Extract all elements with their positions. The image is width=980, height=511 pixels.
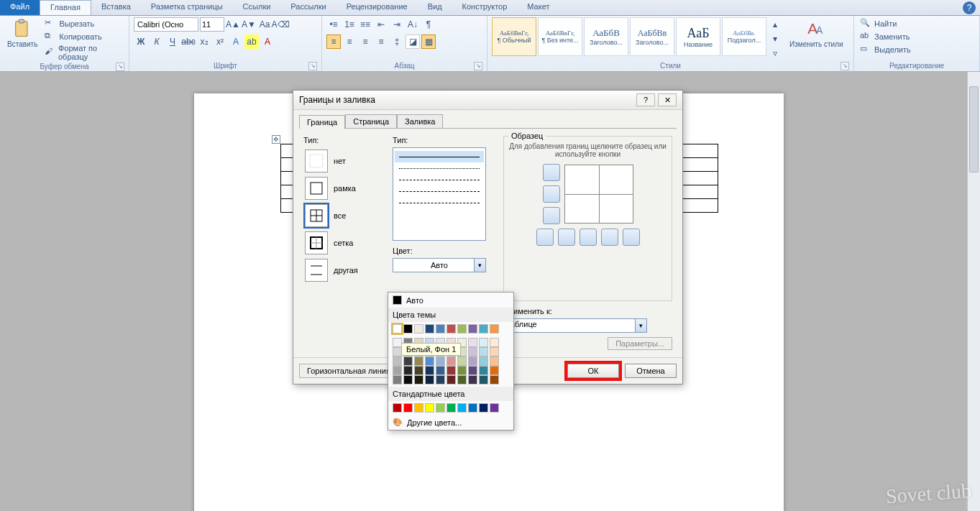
style-heading1[interactable]: АаБбВЗаголово... bbox=[584, 17, 628, 56]
superscript-button[interactable]: x² bbox=[213, 34, 227, 49]
color-swatch[interactable] bbox=[447, 356, 456, 366]
line-style-dashed[interactable] bbox=[395, 185, 484, 197]
preview-hmiddle-border-button[interactable] bbox=[543, 185, 560, 203]
color-swatch[interactable] bbox=[425, 375, 434, 385]
more-colors[interactable]: 🎨Другие цвета... bbox=[388, 415, 513, 430]
style-nospacing[interactable]: АаБбВвГг,¶ Без инте... bbox=[538, 17, 582, 56]
color-swatch[interactable] bbox=[414, 324, 423, 333]
color-swatch[interactable] bbox=[490, 338, 499, 347]
color-swatch[interactable] bbox=[436, 403, 445, 413]
line-style-dashed-s[interactable] bbox=[395, 174, 484, 185]
align-right-button[interactable]: ≡ bbox=[358, 34, 372, 49]
show-marks-button[interactable]: ¶ bbox=[421, 17, 436, 32]
shading-button[interactable]: ◪ bbox=[406, 34, 420, 49]
color-swatch[interactable] bbox=[490, 403, 499, 413]
color-swatch[interactable] bbox=[457, 403, 467, 413]
line-style-dashdot[interactable] bbox=[395, 197, 484, 208]
numbering-button[interactable]: 1≡ bbox=[342, 17, 357, 32]
preview-vmiddle-border-button[interactable] bbox=[580, 229, 597, 246]
multilevel-button[interactable]: ≡≡ bbox=[358, 17, 372, 32]
setting-box[interactable]: рамка bbox=[303, 175, 383, 202]
setting-custom[interactable]: другая bbox=[303, 257, 383, 284]
styles-launcher[interactable]: ↘ bbox=[841, 62, 849, 70]
color-swatch[interactable] bbox=[403, 375, 413, 385]
align-left-button[interactable]: ≡ bbox=[326, 34, 341, 49]
color-swatch[interactable] bbox=[490, 366, 499, 375]
change-case-button[interactable]: Aa bbox=[257, 17, 272, 32]
preview-diag2-button[interactable] bbox=[623, 229, 640, 246]
color-swatch[interactable] bbox=[403, 356, 413, 366]
color-swatch[interactable] bbox=[425, 403, 434, 413]
increase-indent-button[interactable]: ⇥ bbox=[390, 17, 404, 32]
shrink-font-button[interactable]: A▼ bbox=[242, 17, 256, 32]
color-swatch[interactable] bbox=[479, 356, 488, 366]
options-button[interactable]: Параметры... bbox=[608, 337, 672, 350]
color-swatch[interactable] bbox=[393, 403, 402, 413]
color-swatch[interactable] bbox=[393, 366, 402, 375]
dialog-close-button[interactable]: ✕ bbox=[658, 93, 677, 106]
color-swatch[interactable] bbox=[436, 324, 445, 333]
color-swatch[interactable] bbox=[457, 375, 467, 385]
text-effects-button[interactable]: A bbox=[229, 34, 243, 49]
color-swatch[interactable] bbox=[393, 375, 402, 385]
replace-button[interactable]: abЗаменить bbox=[858, 30, 911, 43]
color-swatch[interactable] bbox=[468, 324, 477, 333]
tab-review[interactable]: Рецензирование bbox=[336, 0, 418, 15]
bold-button[interactable]: Ж bbox=[134, 34, 148, 49]
color-swatch[interactable] bbox=[479, 324, 488, 333]
color-combo[interactable]: Авто▾ bbox=[393, 258, 486, 272]
select-button[interactable]: ▭Выделить bbox=[858, 43, 912, 56]
color-swatch[interactable] bbox=[468, 356, 477, 366]
preview-diag1-button[interactable] bbox=[536, 229, 554, 246]
subscript-button[interactable]: x₂ bbox=[197, 34, 211, 49]
dialog-tab-shading[interactable]: Заливка bbox=[397, 114, 443, 128]
color-swatch[interactable] bbox=[468, 375, 477, 385]
vertical-scrollbar[interactable] bbox=[967, 72, 980, 511]
paste-button[interactable]: Вставить bbox=[4, 17, 40, 50]
grow-font-button[interactable]: A▲ bbox=[226, 17, 240, 32]
decrease-indent-button[interactable]: ⇤ bbox=[374, 17, 388, 32]
color-swatch[interactable] bbox=[479, 347, 488, 356]
color-swatch[interactable] bbox=[436, 356, 445, 366]
color-swatch[interactable] bbox=[425, 356, 434, 366]
color-swatch[interactable] bbox=[490, 375, 499, 385]
cut-button[interactable]: ✂Вырезать bbox=[43, 17, 124, 30]
copy-button[interactable]: ⧉Копировать bbox=[43, 30, 124, 43]
color-swatch[interactable] bbox=[468, 366, 477, 375]
italic-button[interactable]: К bbox=[150, 34, 164, 49]
style-title[interactable]: АаБНазвание bbox=[676, 17, 720, 56]
line-style-solid[interactable] bbox=[395, 151, 484, 162]
preview-left-border-button[interactable] bbox=[558, 229, 575, 246]
color-swatch[interactable] bbox=[414, 403, 423, 413]
tab-design[interactable]: Конструктор bbox=[452, 0, 518, 15]
color-swatch[interactable] bbox=[403, 403, 413, 413]
color-swatch[interactable] bbox=[447, 403, 456, 413]
tab-home[interactable]: Главная bbox=[40, 0, 91, 15]
line-style-dotted[interactable] bbox=[395, 162, 484, 174]
color-swatch[interactable] bbox=[425, 366, 434, 375]
clear-formatting-button[interactable]: A⌫ bbox=[273, 17, 288, 32]
color-swatch[interactable] bbox=[468, 347, 477, 356]
preview-bottom-border-button[interactable] bbox=[543, 207, 560, 224]
color-swatch[interactable] bbox=[393, 324, 402, 333]
font-color-button[interactable]: A bbox=[260, 34, 275, 49]
tab-references[interactable]: Ссылки bbox=[233, 0, 281, 15]
tab-page-layout[interactable]: Разметка страницы bbox=[141, 0, 233, 15]
color-swatch[interactable] bbox=[457, 366, 467, 375]
color-swatch[interactable] bbox=[457, 324, 467, 333]
setting-grid[interactable]: сетка bbox=[303, 229, 383, 257]
color-swatch[interactable] bbox=[490, 324, 499, 333]
apply-to-combo[interactable]: таблице▾ bbox=[503, 318, 647, 333]
underline-button[interactable]: Ч bbox=[165, 34, 180, 49]
color-swatch[interactable] bbox=[403, 324, 413, 333]
color-swatch[interactable] bbox=[436, 366, 445, 375]
font-family-combo[interactable] bbox=[134, 17, 198, 32]
preview-right-border-button[interactable] bbox=[601, 229, 618, 246]
style-subtitle[interactable]: АаБбВв.Подзагол... bbox=[722, 17, 766, 56]
color-swatch[interactable] bbox=[403, 366, 413, 375]
color-auto[interactable]: Авто bbox=[388, 293, 513, 308]
justify-button[interactable]: ≡ bbox=[374, 34, 388, 49]
table-move-handle[interactable]: ✥ bbox=[272, 135, 280, 144]
color-swatch[interactable] bbox=[457, 356, 467, 366]
strikethrough-button[interactable]: abc bbox=[181, 34, 196, 49]
